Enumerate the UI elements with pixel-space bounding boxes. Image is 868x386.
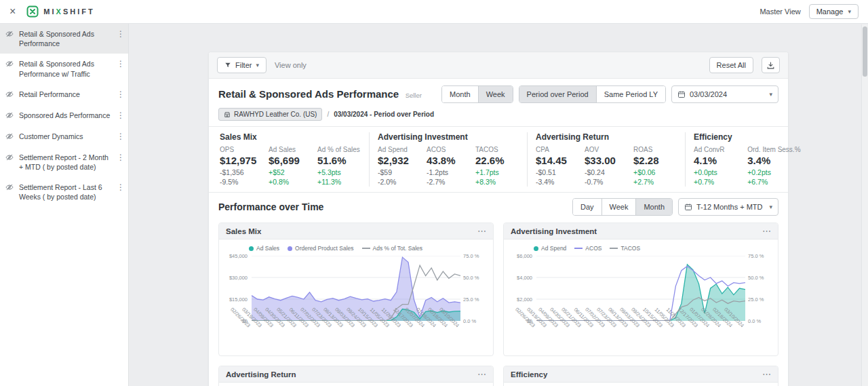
chevron-down-icon: ▾: [848, 8, 851, 15]
y-axis-right: 75.0 %50.0 %25.0 %0.0 %: [460, 256, 488, 321]
kpi-group-sales-mix: Sales MixOPS$12,975-$1,356-9.5%Ad Sales$…: [218, 132, 369, 187]
visibility-icon: [5, 111, 15, 121]
chart-title: Efficiency: [511, 370, 547, 379]
legend-line-icon: [610, 248, 618, 249]
legend-ordered-product-sales[interactable]: Ordered Product Sales: [288, 245, 353, 252]
y-tick: 75.0 %: [748, 253, 764, 259]
reset-all-button[interactable]: Reset All: [709, 57, 753, 73]
y-tick: $6,000: [517, 253, 532, 259]
legend-ad-sales[interactable]: Ad Sales: [249, 245, 279, 252]
chart-body: [219, 383, 493, 386]
segment-week[interactable]: Week: [478, 86, 513, 102]
close-icon[interactable]: ×: [9, 6, 16, 17]
metric-value: 3.4%: [747, 155, 795, 166]
sidebar-item-sponsored-ads-performance[interactable]: Sponsored Ads Performance⋮: [0, 105, 128, 126]
item-menu-icon[interactable]: ⋮: [115, 132, 126, 141]
chart-card-header: Advertising Return⋯: [219, 366, 493, 383]
sidebar-item-retail-sponsored-ads-performance-w-traff[interactable]: Retail & Sponsored Ads Performance w/ Tr…: [0, 54, 128, 83]
metric-delta-pct: +2.7%: [633, 177, 677, 187]
legend-ad-spend[interactable]: Ad Spend: [534, 245, 566, 252]
metric-value: $12,975: [220, 155, 263, 166]
metric-value: 51.6%: [317, 155, 361, 166]
item-menu-icon[interactable]: ⋮: [115, 182, 126, 192]
account-badge[interactable]: RAWHYD Leather Co. (US): [218, 108, 322, 121]
mixshift-logo-icon: [26, 5, 39, 18]
filter-button[interactable]: Filter ▾: [217, 57, 267, 73]
metric-value: $14.45: [536, 155, 579, 166]
charts-grid: Sales Mix⋯Ad SalesOrdered Product SalesA…: [209, 221, 788, 386]
kpi-metric-ad-sales: Ad Sales$6,699+$52+0.8%: [269, 146, 312, 187]
metric-delta-pct: -0.7%: [585, 177, 628, 187]
sidebar-item-label: Settlement Report - Last 6 Weeks ( by po…: [19, 182, 111, 201]
sidebar-item-retail-performance[interactable]: Retail Performance⋮: [0, 84, 128, 105]
manage-button[interactable]: Manage ▾: [809, 4, 859, 19]
kpi-group-title: Advertising Investment: [378, 132, 519, 142]
chart-menu-icon[interactable]: ⋯: [762, 227, 771, 235]
chart-menu-icon[interactable]: ⋯: [762, 370, 771, 379]
item-menu-icon[interactable]: ⋮: [115, 29, 126, 39]
metric-delta-pct: -3.4%: [536, 177, 579, 187]
kpi-group-title: Efficiency: [694, 132, 795, 142]
performance-range-select[interactable]: T-12 Months + MTD ▾: [678, 198, 778, 216]
segment-period-over-period[interactable]: Period over Period: [519, 86, 596, 102]
visibility-icon: [5, 183, 15, 193]
metric-delta: +0.2pts: [747, 168, 795, 177]
y-tick: 25.0 %: [748, 296, 764, 303]
metric-label: ROAS: [633, 146, 677, 153]
item-menu-icon[interactable]: ⋮: [115, 59, 126, 69]
y-tick: 0.0 %: [748, 318, 761, 324]
report-title: Retail & Sponsored Ads Performance: [218, 88, 399, 100]
chart-card-advertising_investment: Advertising Investment⋯Ad SpendACOSTACOS…: [503, 223, 778, 356]
master-view-label[interactable]: Master View: [760, 7, 800, 16]
kpi-metric-acos: ACOS43.8%-1.2pts-2.7%: [427, 146, 470, 187]
chart-title: Sales Mix: [226, 227, 261, 235]
funnel-icon: [224, 62, 231, 69]
calendar-icon: [677, 90, 686, 98]
chart-legend: Ad SalesOrdered Product SalesAds % of To…: [249, 245, 488, 252]
visibility-icon: [5, 153, 15, 163]
metric-delta-pct: +8.3%: [475, 177, 519, 187]
metric-label: Ad % of Sales: [317, 146, 361, 153]
segment-day[interactable]: Day: [573, 199, 601, 215]
y-tick: 75.0 %: [463, 253, 479, 259]
item-menu-icon[interactable]: ⋮: [115, 90, 126, 99]
segment-month[interactable]: Month: [442, 86, 478, 102]
segment-month[interactable]: Month: [635, 199, 672, 215]
chart-card-header: Efficiency⋯: [504, 366, 778, 383]
legend-acos[interactable]: ACOS: [574, 245, 601, 252]
scrollbar-thumb[interactable]: [863, 26, 867, 77]
legend-line-icon: [574, 248, 583, 249]
download-button[interactable]: [762, 57, 780, 73]
item-menu-icon[interactable]: ⋮: [115, 111, 126, 120]
sidebar-item-customer-dynamics[interactable]: Customer Dynamics⋮: [0, 126, 128, 147]
kpi-metric-roas: ROAS$2.28+$0.06+2.7%: [633, 146, 677, 187]
segment-same-period-ly[interactable]: Same Period LY: [596, 86, 665, 102]
report-date-select[interactable]: 03/03/2024 ▾: [671, 85, 778, 103]
sidebar-item-settlement-report-2-month-mtd-by-posted-[interactable]: Settlement Report - 2 Month + MTD ( by p…: [0, 147, 128, 177]
item-menu-icon[interactable]: ⋮: [115, 153, 126, 162]
visibility-icon: [5, 90, 15, 100]
sidebar-item-settlement-report-last-6-weeks-by-posted[interactable]: Settlement Report - Last 6 Weeks ( by po…: [0, 177, 128, 207]
segment-week[interactable]: Week: [601, 199, 636, 215]
legend-dot-icon: [249, 246, 254, 251]
page-scrollbar[interactable]: [861, 24, 868, 386]
chart-title: Advertising Investment: [511, 227, 597, 235]
report-toolbar: Filter ▾ View only Reset All: [209, 52, 788, 79]
y-tick: $45,000: [229, 253, 248, 259]
metric-delta-pct: +0.8%: [269, 177, 312, 187]
metric-label: CPA: [536, 146, 579, 153]
metric-delta: +5.3pts: [317, 168, 361, 177]
period-text: 03/03/2024 - Period over Period: [334, 111, 434, 118]
sidebar-item-retail-sponsored-ads-performance[interactable]: Retail & Sponsored Ads Performance⋮: [0, 24, 128, 54]
chart-menu-icon[interactable]: ⋯: [477, 370, 486, 379]
legend-ads-of-tot-sales[interactable]: Ads % of Tot. Sales: [362, 245, 423, 252]
chart-legend: Ad SpendACOSTACOS: [534, 245, 772, 252]
legend-tacos[interactable]: TACOS: [610, 245, 640, 252]
chart-card-sales_mix: Sales Mix⋯Ad SalesOrdered Product SalesA…: [218, 223, 494, 356]
y-tick: $30,000: [229, 275, 248, 281]
metric-label: Ad Sales: [269, 146, 312, 153]
metric-delta-pct: -2.0%: [378, 177, 421, 187]
chart-menu-icon[interactable]: ⋯: [477, 227, 486, 235]
performance-granularity-toggle: DayWeekMonth: [572, 198, 673, 216]
visibility-icon: [5, 60, 15, 69]
